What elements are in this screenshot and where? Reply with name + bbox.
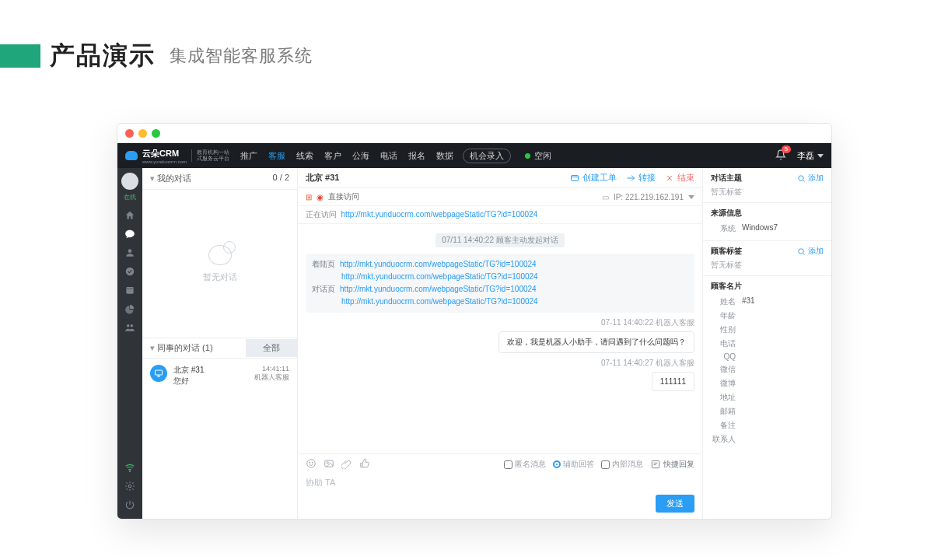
nav-leads[interactable]: 线索 (296, 150, 313, 162)
minimize-dot[interactable] (138, 129, 147, 138)
msg1-meta: 07-11 14:40:22 机器人客服 (306, 317, 694, 328)
end-chat-button[interactable]: 结束 (665, 172, 694, 184)
nav-links: 推广 客服 线索 客户 公海 电话 报名 数据 (240, 150, 453, 162)
windows-icon: ⊞ (306, 193, 312, 201)
svg-rect-6 (156, 370, 163, 375)
info-panel: 对话主题 添加 暂无标签 来源信息 系统Windows7 顾客标签 添加 暂无标… (703, 168, 831, 519)
attachment-icon[interactable] (341, 458, 352, 471)
topic-empty: 暂无标签 (711, 187, 824, 198)
status-text: 空闲 (534, 150, 551, 162)
svg-rect-1 (126, 287, 133, 294)
conversation-item[interactable]: 北京 #31 您好 14:41:11 机器人客服 (142, 359, 297, 393)
mac-traffic-lights (117, 124, 831, 143)
dialog-url2[interactable]: http://mkt.yunduocrm.com/webpageStatic/T… (341, 297, 538, 306)
svg-point-9 (310, 462, 310, 463)
quick-reply-button[interactable]: 快捷回复 (650, 459, 694, 470)
send-button[interactable]: 发送 (656, 495, 694, 513)
emoji-icon[interactable] (306, 458, 317, 471)
tag-empty: 暂无标签 (711, 260, 824, 271)
svg-rect-11 (325, 460, 334, 467)
visiting-url[interactable]: http://mkt.yunduocrm.com/webpageStatic/T… (341, 210, 538, 219)
cloud-icon (125, 151, 138, 160)
empty-chat-icon (208, 245, 232, 265)
svg-rect-7 (572, 175, 579, 180)
monitor-small-icon: ▭ (602, 193, 609, 201)
person-icon[interactable] (117, 243, 142, 262)
conv-preview: 您好 (173, 376, 204, 387)
chevron-down-icon[interactable] (817, 154, 824, 158)
svg-point-2 (127, 324, 130, 327)
calendar-icon[interactable] (117, 281, 142, 299)
brand[interactable]: 云朵CRM www.yunduocrm.com 教育机构一站式服务云平台 (125, 148, 229, 164)
nav-promo[interactable]: 推广 (240, 150, 257, 162)
my-conv-count: 0 / 2 (273, 173, 289, 184)
anon-checkbox[interactable]: 匿名消息 (504, 459, 546, 470)
svg-point-4 (129, 471, 130, 471)
check-circle-icon[interactable] (117, 262, 142, 281)
pie-icon[interactable] (117, 299, 142, 318)
nav-public[interactable]: 公海 (352, 150, 369, 162)
power-icon[interactable] (117, 495, 142, 514)
zoom-dot[interactable] (152, 129, 160, 138)
svg-point-10 (312, 462, 313, 463)
message-input[interactable] (306, 476, 694, 495)
nav-data[interactable]: 数据 (436, 150, 453, 162)
card-name: #31 (742, 296, 755, 307)
nav-phone[interactable]: 电话 (380, 150, 397, 162)
chat-title: 北京 #31 (306, 172, 339, 184)
group-icon[interactable] (117, 318, 142, 337)
internal-checkbox[interactable]: 内部消息 (601, 459, 643, 470)
thumbs-up-icon[interactable] (359, 458, 370, 471)
notifications-button[interactable]: 5 (775, 149, 786, 162)
svg-point-5 (128, 485, 131, 488)
msg2-bubble: 111111 (652, 372, 694, 391)
nav-enroll[interactable]: 报名 (408, 150, 425, 162)
svg-rect-13 (652, 460, 659, 467)
chat-toolbar: 匿名消息 辅助回答 内部消息 快捷回复 (298, 453, 702, 474)
add-topic-button[interactable]: 添加 (797, 173, 824, 184)
colleague-conv-header[interactable]: 同事的对话 (1) (142, 338, 246, 358)
system-event: 07/11 14:40:22 顾客主动发起对话 (436, 233, 565, 247)
conv-agent: 机器人客服 (254, 373, 289, 383)
cust-tag-header: 顾客标签 (711, 246, 742, 257)
status-dot-icon (525, 153, 530, 159)
create-ticket-button[interactable]: 创建工单 (570, 172, 617, 184)
empty-text: 暂无对话 (203, 271, 237, 283)
home-icon[interactable] (117, 206, 142, 225)
nav-customer[interactable]: 客户 (324, 150, 341, 162)
nav-service[interactable]: 客服 (268, 150, 285, 162)
top-nav: 云朵CRM www.yunduocrm.com 教育机构一站式服务云平台 推广 … (117, 143, 831, 168)
all-button[interactable]: 全部 (246, 339, 297, 357)
chat-panel: 北京 #31 创建工单 转接 结束 ⊞ ◉ 直接访问 ▭ IP: 221.219… (298, 168, 703, 519)
system-value: Windows7 (742, 223, 778, 234)
landing-url2[interactable]: http://mkt.yunduocrm.com/webpageStatic/T… (341, 272, 538, 281)
landing-url[interactable]: http://mkt.yunduocrm.com/webpageStatic/T… (340, 260, 537, 268)
empty-state: 暂无对话 (142, 190, 297, 338)
brand-site: www.yunduocrm.com (142, 159, 187, 164)
msg1-bubble: 欢迎，我是机器人小助手，请问遇到了什么问题吗？ (498, 331, 694, 353)
image-icon[interactable] (324, 458, 334, 471)
svg-point-0 (126, 268, 135, 276)
user-name[interactable]: 李磊 (797, 150, 814, 162)
brand-tagline: 教育机构一站式服务云平台 (191, 149, 229, 162)
visitor-ip: 221.219.162.191 (625, 193, 684, 201)
svg-point-8 (307, 460, 316, 468)
wifi-icon[interactable] (117, 458, 142, 477)
chevron-down-icon[interactable] (688, 195, 694, 199)
conv-title: 北京 #31 (173, 365, 204, 376)
close-dot[interactable] (125, 129, 134, 138)
svg-point-14 (799, 175, 803, 180)
record-opportunity-button[interactable]: 机会录入 (463, 149, 511, 163)
add-tag-button[interactable]: 添加 (797, 246, 824, 257)
avatar[interactable] (121, 173, 138, 190)
dialog-url[interactable]: http://mkt.yunduocrm.com/webpageStatic/T… (340, 285, 537, 293)
card-header: 顾客名片 (711, 281, 742, 292)
chrome-icon: ◉ (317, 193, 324, 201)
svg-point-12 (327, 462, 328, 464)
side-rail: 在线 (117, 168, 142, 519)
assist-radio[interactable]: 辅助回答 (553, 459, 594, 470)
chat-icon[interactable] (117, 225, 142, 243)
transfer-button[interactable]: 转接 (626, 172, 656, 184)
my-conv-header[interactable]: 我的对话 (150, 173, 191, 184)
gear-icon[interactable] (117, 477, 142, 495)
